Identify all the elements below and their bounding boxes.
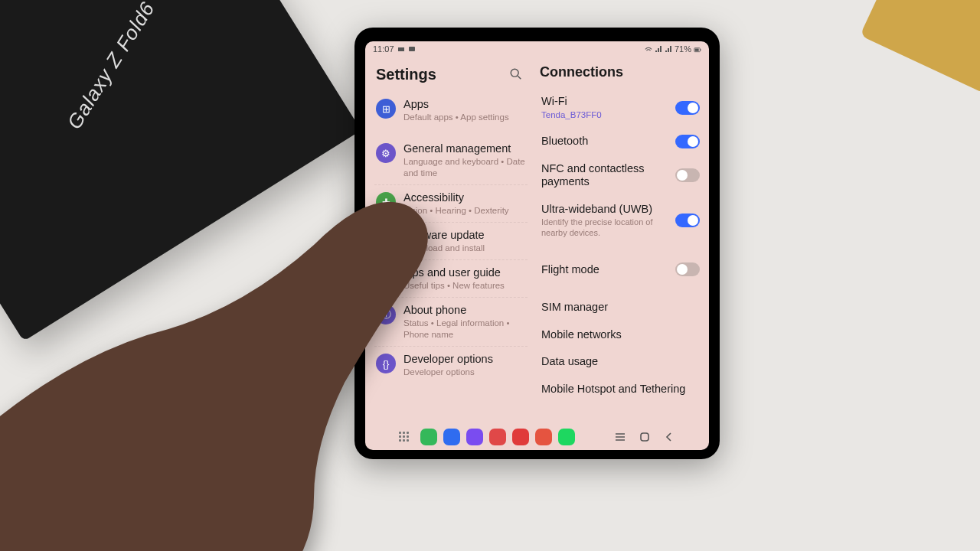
dock-bar bbox=[365, 424, 709, 450]
general-management-icon: ⚙ bbox=[376, 143, 396, 163]
connection-title: Mobile Hotspot and Tethering bbox=[541, 383, 694, 396]
dock-app-youtube[interactable] bbox=[512, 429, 529, 445]
connection-item-uwb[interactable]: Ultra-wideband (UWB)Identify the precise… bbox=[538, 196, 703, 246]
notification-icon-2 bbox=[408, 45, 416, 53]
apps-icon: ⊞ bbox=[376, 99, 396, 119]
settings-title: Settings bbox=[376, 66, 436, 83]
software-update-icon: ↻ bbox=[376, 230, 396, 249]
uwb-toggle[interactable] bbox=[675, 214, 700, 227]
settings-item-title: About phone bbox=[403, 303, 526, 317]
settings-item-tips[interactable]: ?Tips and user guideUseful tips • New fe… bbox=[374, 259, 528, 297]
status-time: 11:07 bbox=[373, 44, 394, 54]
svg-rect-4 bbox=[695, 48, 699, 51]
dock-app-phone[interactable] bbox=[420, 429, 437, 445]
tips-icon: ? bbox=[376, 267, 396, 287]
search-icon bbox=[509, 67, 523, 81]
settings-item-general-management[interactable]: ⚙General managementLanguage and keyboard… bbox=[374, 136, 528, 184]
settings-item-developer-options[interactable]: {}Developer optionsDeveloper options bbox=[374, 346, 528, 383]
screen: 11:07 71% Settings bbox=[365, 41, 709, 450]
wifi-icon bbox=[645, 45, 652, 53]
flight-mode-toggle[interactable] bbox=[675, 262, 700, 276]
battery-icon bbox=[694, 45, 701, 53]
settings-item-title: Accessibility bbox=[403, 191, 526, 204]
dock-app-samsung-internet[interactable] bbox=[466, 429, 483, 445]
settings-item-title: Developer options bbox=[403, 352, 526, 366]
connection-item-nfc[interactable]: NFC and contactless payments bbox=[538, 155, 703, 196]
settings-list-pane: Settings ⊞AppsDefault apps • App setting… bbox=[365, 57, 534, 424]
settings-item-software-update[interactable]: ↻Software updateDownload and install bbox=[374, 222, 528, 259]
about-phone-icon: ⓘ bbox=[376, 305, 396, 324]
connection-item-bluetooth[interactable]: Bluetooth bbox=[538, 128, 703, 155]
settings-item-title: Tips and user guide bbox=[403, 266, 526, 279]
connection-item-hotspot[interactable]: Mobile Hotspot and Tethering bbox=[538, 376, 703, 403]
status-battery: 71% bbox=[675, 44, 691, 54]
connection-title: Flight mode bbox=[541, 263, 669, 276]
search-button[interactable] bbox=[506, 64, 526, 84]
svg-rect-1 bbox=[409, 47, 415, 51]
dock-app-spotify[interactable] bbox=[558, 429, 575, 445]
dock-app-galaxy-store[interactable] bbox=[489, 429, 506, 445]
settings-item-subtitle: Developer options bbox=[403, 367, 526, 378]
connection-title: Ultra-wideband (UWB) bbox=[541, 203, 669, 216]
settings-item-title: General management bbox=[403, 142, 526, 155]
settings-item-subtitle: Default apps • App settings bbox=[403, 112, 526, 123]
notification-icon bbox=[397, 45, 405, 53]
connection-title: SIM manager bbox=[541, 301, 694, 314]
nfc-toggle[interactable] bbox=[675, 168, 700, 182]
tablet-frame: 11:07 71% Settings bbox=[354, 28, 720, 459]
developer-options-icon: {} bbox=[376, 354, 396, 373]
connections-title: Connections bbox=[538, 60, 703, 88]
apps-drawer-button[interactable] bbox=[399, 432, 410, 442]
settings-item-subtitle: Status • Legal information • Phone name bbox=[403, 318, 526, 341]
connection-item-data-usage[interactable]: Data usage bbox=[538, 348, 703, 375]
back-button[interactable] bbox=[662, 430, 676, 444]
wifi-toggle[interactable] bbox=[675, 101, 700, 115]
settings-item-about-phone[interactable]: ⓘAbout phoneStatus • Legal information •… bbox=[374, 297, 528, 346]
connection-description: Identify the precise location of nearby … bbox=[541, 217, 669, 239]
connection-item-mobile-networks[interactable]: Mobile networks bbox=[538, 321, 703, 348]
settings-item-accessibility[interactable]: ✚AccessibilityVision • Hearing • Dexteri… bbox=[374, 184, 528, 222]
connection-title: Data usage bbox=[541, 355, 694, 368]
settings-item-subtitle: Vision • Hearing • Dexterity bbox=[403, 205, 526, 217]
dock-app-opera[interactable] bbox=[535, 429, 552, 445]
connection-title: Wi-Fi bbox=[541, 95, 669, 108]
svg-rect-10 bbox=[641, 433, 648, 441]
settings-item-title: Software update bbox=[403, 228, 526, 242]
signal-icon-2 bbox=[665, 45, 672, 53]
svg-line-6 bbox=[518, 76, 521, 79]
bluetooth-toggle[interactable] bbox=[675, 135, 700, 148]
settings-item-title: Apps bbox=[403, 97, 526, 111]
recents-button[interactable] bbox=[613, 430, 627, 444]
home-button[interactable] bbox=[638, 430, 652, 444]
connection-item-wifi[interactable]: Wi-FiTenda_B73FF0 bbox=[538, 88, 703, 128]
connection-item-flight-mode[interactable]: Flight mode bbox=[538, 256, 703, 283]
status-bar: 11:07 71% bbox=[365, 41, 709, 57]
accessibility-icon: ✚ bbox=[376, 192, 396, 212]
settings-item-subtitle: Language and keyboard • Date and time bbox=[403, 156, 526, 179]
settings-item-subtitle: Useful tips • New features bbox=[403, 280, 526, 292]
connection-title: NFC and contactless payments bbox=[541, 162, 669, 189]
svg-point-5 bbox=[511, 69, 518, 77]
signal-icon bbox=[655, 45, 662, 53]
settings-item-subtitle: Download and install bbox=[403, 243, 526, 254]
settings-item-apps[interactable]: ⊞AppsDefault apps • App settings bbox=[374, 92, 528, 129]
connection-title: Bluetooth bbox=[541, 135, 669, 148]
connection-item-sim-manager[interactable]: SIM manager bbox=[538, 294, 703, 321]
connection-title: Mobile networks bbox=[541, 328, 694, 341]
connection-subtitle: Tenda_B73FF0 bbox=[541, 109, 669, 120]
dock-app-messages[interactable] bbox=[443, 429, 460, 445]
svg-rect-0 bbox=[398, 47, 404, 51]
connections-pane: Connections Wi-FiTenda_B73FF0BluetoothNF… bbox=[534, 57, 709, 424]
svg-rect-3 bbox=[700, 49, 701, 51]
